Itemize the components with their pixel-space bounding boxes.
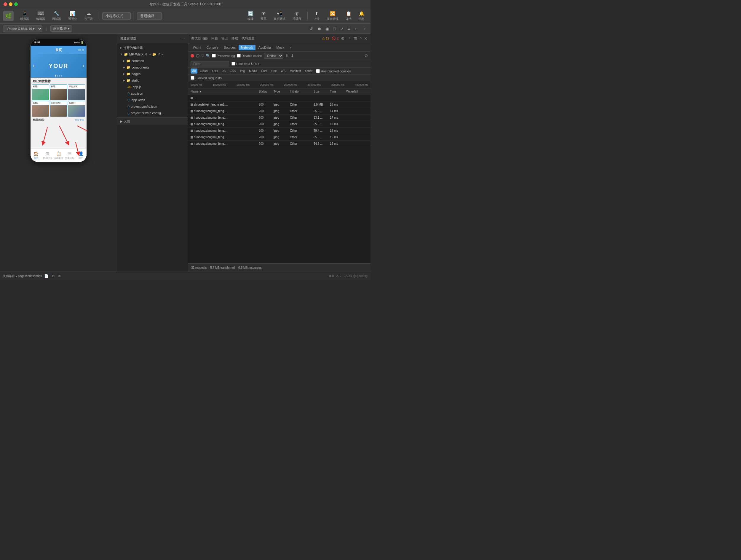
more-options-icon[interactable]: ⋮	[347, 36, 351, 41]
outline-section[interactable]: ▶ 大纲	[117, 117, 188, 125]
stop-button[interactable]	[196, 54, 199, 58]
preserve-log-label[interactable]: Preserve log	[212, 54, 235, 58]
type-js[interactable]: JS	[220, 68, 227, 73]
fullscreen-icon[interactable]: □	[332, 26, 337, 32]
hide-data-urls-checkbox[interactable]	[231, 62, 235, 66]
th-initiator[interactable]: Initiator	[289, 90, 313, 93]
tab-more[interactable]: »	[287, 45, 294, 50]
has-blocked-checkbox[interactable]	[316, 69, 320, 73]
tab-home[interactable]: 🏠 首页	[30, 149, 42, 162]
th-type[interactable]: Type	[272, 90, 289, 93]
th-name[interactable]: Name	[189, 90, 258, 93]
filetree-appjs[interactable]: JS app.js	[117, 84, 188, 90]
collapse-icon[interactable]: ≡	[161, 53, 163, 56]
filter-input[interactable]	[191, 61, 229, 66]
tab-forum[interactable]: ☰ 交流论坛	[64, 149, 75, 162]
type-cloud[interactable]: Cloud	[198, 68, 209, 73]
copy-icon[interactable]: ⊞	[354, 36, 357, 41]
details-button[interactable]: 📋 详情	[343, 10, 354, 22]
minimize-button[interactable]	[9, 2, 12, 6]
disable-cache-label[interactable]: Disable cache	[237, 54, 262, 58]
refresh-tree-icon[interactable]: ↺	[158, 53, 160, 56]
hide-data-urls-label[interactable]: Hide data URLs	[231, 62, 259, 66]
type-img[interactable]: Img	[238, 68, 247, 73]
table-row[interactable]: huodongxiangmu_feng... 200 jpeg Other 65…	[188, 134, 370, 141]
filetree-project-root[interactable]: ▼ 📁 MP-WEIXIN + 📂 ↺ ≡	[117, 51, 188, 58]
hotreload-button[interactable]: 热重载 开 ▾	[50, 25, 72, 32]
type-all[interactable]: All	[191, 68, 197, 73]
editor-button[interactable]: ⌨ 编辑器	[33, 9, 48, 22]
clear-cache-button[interactable]: 🗑 清缓存	[289, 10, 305, 22]
blocked-requests-label[interactable]: Blocked Requests	[191, 76, 222, 80]
more-icon[interactable]: ≡	[346, 26, 351, 32]
disable-cache-checkbox[interactable]	[237, 54, 241, 58]
table-row[interactable]: huodongxiangmu_feng... 200 jpeg Other 59…	[188, 128, 370, 134]
tab-wxml[interactable]: Wxml	[191, 45, 204, 50]
tab-code-quality[interactable]: 代码质量	[242, 36, 255, 41]
settings-icon[interactable]: ⚙	[341, 36, 345, 41]
phone-header-dots[interactable]: ••• ⊙	[78, 48, 84, 52]
list-item[interactable]: 职位测试	[68, 84, 85, 100]
tab-output[interactable]: 输出	[221, 36, 228, 41]
cloud-button[interactable]: ☁ 云开发	[81, 9, 96, 22]
tab-mock[interactable]: Mock	[274, 45, 286, 50]
table-row[interactable]: huodongxiangmu_feng... 200 jpeg Other 65…	[188, 108, 370, 115]
preserve-log-checkbox[interactable]	[212, 54, 216, 58]
cursor-icon[interactable]: ☞	[361, 26, 367, 32]
tab-network[interactable]: Network	[239, 45, 255, 50]
upload-button[interactable]: ⬆ 上传	[311, 10, 323, 22]
preview-button[interactable]: 👁 预览	[258, 10, 269, 22]
list-item[interactable]: 标题6	[32, 84, 49, 100]
version-button[interactable]: 🔀 版本管理	[324, 10, 341, 22]
debugger-button[interactable]: 🔧 调试器	[49, 9, 64, 22]
tab-terminal[interactable]: 终端	[231, 36, 238, 41]
filetree-components-folder[interactable]: ▶ 📁 components	[117, 64, 188, 71]
device-select[interactable]: iPhone X 85% 16 ▾	[3, 25, 43, 32]
blocked-requests-checkbox[interactable]	[191, 76, 194, 80]
list-item[interactable]: 标题4	[32, 101, 49, 117]
upload-har-icon[interactable]: ⬆	[285, 53, 289, 58]
list-item[interactable]: 标题3	[68, 101, 85, 117]
table-row[interactable]: huodongxiangmu_feng... 200 jpeg Other 65…	[188, 121, 370, 128]
type-doc[interactable]: Doc	[270, 68, 279, 73]
logo-button[interactable]: 🌿	[3, 11, 14, 21]
th-waterfall[interactable]: Waterfall	[345, 90, 369, 93]
tab-sources[interactable]: Sources	[221, 45, 238, 50]
page-icon[interactable]: 📄	[44, 274, 49, 278]
visualize-button[interactable]: 📊 可视化	[65, 9, 80, 22]
compile-button[interactable]: 🔄 编译	[245, 10, 256, 22]
table-row[interactable]: zhiyezhiwei_fengmian2.... 200 jpeg Other…	[188, 102, 370, 108]
inspect-icon[interactable]: ◉	[324, 26, 330, 32]
simulator-button[interactable]: 📱 模拟器	[17, 9, 32, 22]
type-other[interactable]: Other	[303, 68, 314, 73]
download-har-icon[interactable]: ⬇	[290, 53, 294, 58]
tab-debugger[interactable]: 调试器 12	[191, 36, 208, 41]
add-icon[interactable]: +	[149, 53, 151, 56]
tab-problems[interactable]: 问题	[211, 36, 218, 41]
table-row[interactable]: huodongxiangmu_feng... 200 jpeg Other 53…	[188, 115, 370, 121]
filetree-appwxss[interactable]: ⬡ app.wxss	[117, 97, 188, 103]
close-panel-icon[interactable]: ✕	[364, 36, 367, 41]
type-css[interactable]: CSS	[228, 68, 238, 73]
type-font[interactable]: Font	[260, 68, 269, 73]
mode-select[interactable]: 小程序模式	[102, 12, 131, 20]
filetree-common-folder[interactable]: ▶ 📁 common	[117, 58, 188, 64]
filetree-opened-editors[interactable]: ▶ 打开的编辑器	[117, 45, 188, 51]
network-settings-icon[interactable]: ⚙	[364, 53, 368, 58]
filetree-projectconfig[interactable]: {} project.config.json	[117, 103, 188, 110]
folder-add-icon[interactable]: 📂	[152, 53, 156, 56]
compile-mode-select[interactable]: 普通编译	[137, 12, 162, 20]
collapse-panel-icon[interactable]: ^	[359, 36, 361, 41]
online-select[interactable]: Online	[264, 53, 283, 59]
filetree-more-icon[interactable]: ···	[181, 36, 185, 41]
swap-icon[interactable]: ↔	[353, 26, 359, 32]
filetree-static-folder[interactable]: ▶ 📁 static	[117, 77, 188, 84]
dock-right-icon[interactable]: ↗	[339, 26, 345, 32]
type-ws[interactable]: WS	[279, 68, 287, 73]
maximize-button[interactable]	[14, 2, 18, 6]
tab-profile[interactable]: 👤 我的	[75, 149, 86, 162]
window-controls[interactable]	[4, 2, 18, 6]
bottom-settings-icon[interactable]: ⚙	[52, 274, 55, 278]
mode-dropdown[interactable]: 小程序模式	[102, 12, 131, 20]
filetree-pages-folder[interactable]: ▶ 📁 pages	[117, 71, 188, 77]
